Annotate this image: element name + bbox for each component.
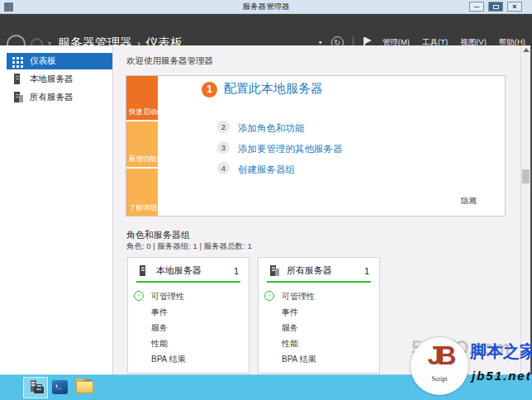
local-server-card-header[interactable]: 本地服务器 1 xyxy=(128,258,249,281)
server-count: 1 xyxy=(234,266,239,276)
step-2-badge: 2 xyxy=(217,121,230,133)
sidebar-item-dashboard[interactable]: 仪表板 xyxy=(7,53,112,69)
add-roles-features-link[interactable]: 添加角色和功能 xyxy=(238,122,305,135)
vertical-scrollbar[interactable] xyxy=(520,45,530,374)
jb51-badge-letters: JB xyxy=(411,340,468,371)
tab-whats-new[interactable]: 新增功能(W) xyxy=(126,121,158,167)
sidebar-item-label: 仪表板 xyxy=(30,55,56,67)
close-button[interactable]: × xyxy=(507,2,522,12)
welcome-heading: 欢迎使用服务器管理器 xyxy=(126,55,213,67)
row-events[interactable]: 事件 xyxy=(282,304,379,320)
row-events[interactable]: 事件 xyxy=(151,304,249,320)
tab-learn-more[interactable]: 了解详细信息(L) xyxy=(126,169,158,216)
dashboard-pane: 欢迎使用服务器管理器 快速启动(Q) 新增功能(W) 了解详细信息(L) 1 配… xyxy=(114,45,530,374)
sidebar: 仪表板 本地服务器 所有服务器 xyxy=(0,45,113,374)
taskbar-powershell-button[interactable]: ›_ xyxy=(52,380,68,394)
step-1-badge: 1 xyxy=(202,82,217,98)
restore-button[interactable] xyxy=(488,2,503,12)
jb51-badge-script-label: Script xyxy=(411,375,468,383)
card-title: 所有服务器 xyxy=(287,264,332,277)
row-manageability[interactable]: 可管理性 xyxy=(282,288,379,304)
row-manageability[interactable]: 可管理性 xyxy=(151,288,249,304)
all-servers-card: 所有服务器 1 ↑ 可管理性 事件 服务 性能 BPA 结果 xyxy=(258,257,380,374)
server-icon xyxy=(12,74,23,85)
welcome-tile: 快速启动(Q) 新增功能(W) 了解详细信息(L) 1 配置此本地服务器 2 添… xyxy=(126,75,506,217)
roles-groups-stats: 角色: 0 | 服务器组: 1 | 服务器总数: 1 xyxy=(126,241,252,252)
server-manager-window: 服务器管理器 ─ × ← → ▾ 服务器管理器›仪表板 ▾ ↻ 管理(M) 工具… xyxy=(0,0,532,400)
jb51-watermark: JB Script 脚本之家 jb51.net xyxy=(411,334,532,400)
manageability-up-icon: ↑ xyxy=(134,291,144,301)
jb51-site-url: jb51.net xyxy=(472,369,532,383)
sidebar-item-all-servers[interactable]: 所有服务器 xyxy=(7,89,112,106)
sidebar-item-label: 所有服务器 xyxy=(30,92,74,103)
roles-groups-heading: 角色和服务器组 xyxy=(126,229,190,241)
row-bpa-results[interactable]: BPA 结果 xyxy=(151,351,249,367)
scroll-up-icon[interactable] xyxy=(523,48,530,52)
row-performance[interactable]: 性能 xyxy=(282,336,379,351)
dashboard-grid-icon xyxy=(12,56,23,67)
step-4-badge: 4 xyxy=(217,162,230,174)
server-manager-icon xyxy=(29,380,44,395)
row-services[interactable]: 服务 xyxy=(282,320,379,336)
all-servers-card-header[interactable]: 所有服务器 1 xyxy=(259,258,379,281)
server-icon xyxy=(138,265,149,277)
sidebar-item-label: 本地服务器 xyxy=(30,74,74,85)
tab-quick-start[interactable]: 快速启动(Q) xyxy=(126,76,158,120)
restore-icon xyxy=(493,5,499,9)
quickstart-tabs: 快速启动(Q) 新增功能(W) 了解详细信息(L) xyxy=(126,76,158,216)
window-title: 服务器管理器 xyxy=(0,2,532,12)
row-performance[interactable]: 性能 xyxy=(151,336,249,351)
configure-local-server-link[interactable]: 配置此本地服务器 xyxy=(224,81,323,97)
servers-icon xyxy=(12,92,23,103)
hide-link[interactable]: 隐藏 xyxy=(461,196,477,207)
manageability-up-icon: ↑ xyxy=(264,291,274,301)
minimize-button[interactable]: ─ xyxy=(469,2,484,12)
server-count: 1 xyxy=(364,266,369,276)
local-server-card: 本地服务器 1 ↑ 可管理性 事件 服务 性能 BPA 结果 xyxy=(127,257,249,374)
sidebar-item-local-server[interactable]: 本地服务器 xyxy=(7,71,112,88)
title-bar: 服务器管理器 ─ × xyxy=(0,0,532,14)
row-bpa-results[interactable]: BPA 结果 xyxy=(282,351,379,367)
scrollbar-thumb[interactable] xyxy=(522,169,530,183)
taskbar-server-manager-button[interactable] xyxy=(23,377,48,398)
taskbar-file-explorer-button[interactable] xyxy=(76,381,93,393)
step-3-badge: 3 xyxy=(217,141,230,154)
add-other-servers-link[interactable]: 添加要管理的其他服务器 xyxy=(238,143,343,155)
app-body: 仪表板 本地服务器 所有服务器 欢迎使用服务器管理器 快速启动(Q) 新增功能(… xyxy=(0,45,532,374)
servers-icon xyxy=(268,265,279,277)
row-services[interactable]: 服务 xyxy=(151,320,249,336)
navigation-bar: ← → ▾ 服务器管理器›仪表板 ▾ ↻ 管理(M) 工具(T) 视图(V) 帮… xyxy=(0,14,532,45)
create-server-group-link[interactable]: 创建服务器组 xyxy=(238,164,295,176)
card-title: 本地服务器 xyxy=(156,264,202,277)
jb51-site-name: 脚本之家 xyxy=(470,340,532,363)
